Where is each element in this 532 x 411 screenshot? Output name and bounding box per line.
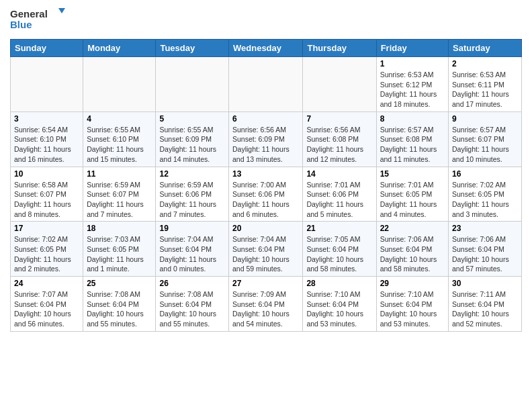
calendar-cell: 29Sunrise: 7:10 AM Sunset: 6:04 PM Dayli… xyxy=(376,277,448,332)
svg-text:Blue: Blue xyxy=(10,19,32,30)
day-number: 12 xyxy=(159,169,225,179)
day-number: 24 xyxy=(14,279,79,288)
day-number: 22 xyxy=(380,224,445,233)
day-number: 27 xyxy=(232,279,299,288)
calendar-week-row: 24Sunrise: 7:07 AM Sunset: 6:04 PM Dayli… xyxy=(11,277,522,332)
calendar-cell: 7Sunrise: 6:56 AM Sunset: 6:08 PM Daylig… xyxy=(303,111,376,167)
calendar-cell: 19Sunrise: 7:04 AM Sunset: 6:04 PM Dayli… xyxy=(156,222,229,277)
day-number: 13 xyxy=(232,169,299,179)
calendar-cell xyxy=(83,57,156,112)
calendar-cell: 14Sunrise: 7:01 AM Sunset: 6:06 PM Dayli… xyxy=(303,167,376,222)
calendar-cell: 17Sunrise: 7:02 AM Sunset: 6:05 PM Dayli… xyxy=(11,222,83,277)
calendar-cell: 24Sunrise: 7:07 AM Sunset: 6:04 PM Dayli… xyxy=(11,277,83,332)
calendar-cell: 2Sunrise: 6:53 AM Sunset: 6:11 PM Daylig… xyxy=(449,57,522,112)
day-number: 5 xyxy=(159,114,225,124)
day-number: 7 xyxy=(306,114,372,124)
calendar-week-row: 17Sunrise: 7:02 AM Sunset: 6:05 PM Dayli… xyxy=(11,222,522,277)
day-info: Sunrise: 7:08 AM Sunset: 6:04 PM Dayligh… xyxy=(87,289,152,329)
page: GeneralBlue SundayMondayTuesdayWednesday… xyxy=(0,0,532,342)
day-number: 15 xyxy=(380,169,445,179)
svg-text:General: General xyxy=(10,8,48,19)
calendar-cell xyxy=(229,57,303,112)
day-info: Sunrise: 6:54 AM Sunset: 6:10 PM Dayligh… xyxy=(14,125,79,165)
day-info: Sunrise: 7:01 AM Sunset: 6:06 PM Dayligh… xyxy=(306,180,372,220)
day-info: Sunrise: 7:06 AM Sunset: 6:04 PM Dayligh… xyxy=(380,234,445,274)
day-number: 1 xyxy=(380,59,445,68)
day-number: 21 xyxy=(306,224,372,233)
calendar-cell: 21Sunrise: 7:05 AM Sunset: 6:04 PM Dayli… xyxy=(303,222,376,277)
calendar-cell: 25Sunrise: 7:08 AM Sunset: 6:04 PM Dayli… xyxy=(83,277,156,332)
day-number: 29 xyxy=(380,279,445,288)
day-number: 25 xyxy=(87,279,152,288)
calendar-week-row: 1Sunrise: 6:53 AM Sunset: 6:12 PM Daylig… xyxy=(11,57,522,112)
day-info: Sunrise: 6:58 AM Sunset: 6:07 PM Dayligh… xyxy=(14,180,79,220)
calendar-cell: 5Sunrise: 6:55 AM Sunset: 6:09 PM Daylig… xyxy=(156,111,229,167)
day-number: 6 xyxy=(232,114,299,124)
day-info: Sunrise: 6:53 AM Sunset: 6:12 PM Dayligh… xyxy=(380,70,445,109)
logo-svg: GeneralBlue xyxy=(10,7,74,34)
day-info: Sunrise: 7:04 AM Sunset: 6:04 PM Dayligh… xyxy=(232,234,299,274)
day-number: 26 xyxy=(159,279,225,288)
day-number: 19 xyxy=(159,224,225,233)
calendar-cell: 26Sunrise: 7:08 AM Sunset: 6:04 PM Dayli… xyxy=(156,277,229,332)
day-info: Sunrise: 7:02 AM Sunset: 6:05 PM Dayligh… xyxy=(14,234,79,274)
day-info: Sunrise: 6:55 AM Sunset: 6:09 PM Dayligh… xyxy=(159,125,225,165)
weekday-header: Sunday xyxy=(11,40,83,57)
day-info: Sunrise: 6:56 AM Sunset: 6:09 PM Dayligh… xyxy=(232,125,299,165)
calendar-cell xyxy=(11,57,83,112)
day-number: 4 xyxy=(87,114,152,124)
day-info: Sunrise: 7:04 AM Sunset: 6:04 PM Dayligh… xyxy=(159,234,225,274)
day-info: Sunrise: 7:07 AM Sunset: 6:04 PM Dayligh… xyxy=(14,289,79,329)
calendar-cell xyxy=(156,57,229,112)
day-number: 9 xyxy=(452,114,518,124)
day-number: 30 xyxy=(452,279,518,288)
day-info: Sunrise: 6:59 AM Sunset: 6:07 PM Dayligh… xyxy=(87,180,152,220)
calendar-cell: 27Sunrise: 7:09 AM Sunset: 6:04 PM Dayli… xyxy=(229,277,303,332)
day-info: Sunrise: 7:10 AM Sunset: 6:04 PM Dayligh… xyxy=(306,289,372,329)
calendar-cell: 1Sunrise: 6:53 AM Sunset: 6:12 PM Daylig… xyxy=(376,57,448,112)
calendar-cell: 20Sunrise: 7:04 AM Sunset: 6:04 PM Dayli… xyxy=(229,222,303,277)
calendar-header-row: SundayMondayTuesdayWednesdayThursdayFrid… xyxy=(11,40,522,57)
day-info: Sunrise: 7:03 AM Sunset: 6:05 PM Dayligh… xyxy=(87,234,152,274)
calendar-cell: 10Sunrise: 6:58 AM Sunset: 6:07 PM Dayli… xyxy=(11,167,83,222)
day-number: 18 xyxy=(87,224,152,233)
calendar-cell: 3Sunrise: 6:54 AM Sunset: 6:10 PM Daylig… xyxy=(11,111,83,167)
calendar-cell: 9Sunrise: 6:57 AM Sunset: 6:07 PM Daylig… xyxy=(449,111,522,167)
calendar-cell: 23Sunrise: 7:06 AM Sunset: 6:04 PM Dayli… xyxy=(449,222,522,277)
day-info: Sunrise: 7:05 AM Sunset: 6:04 PM Dayligh… xyxy=(306,234,372,274)
day-info: Sunrise: 6:57 AM Sunset: 6:07 PM Dayligh… xyxy=(452,125,518,165)
weekday-header: Friday xyxy=(376,40,448,57)
weekday-header: Saturday xyxy=(449,40,522,57)
day-info: Sunrise: 7:01 AM Sunset: 6:05 PM Dayligh… xyxy=(380,180,445,220)
day-info: Sunrise: 7:08 AM Sunset: 6:04 PM Dayligh… xyxy=(159,289,225,329)
calendar-cell: 16Sunrise: 7:02 AM Sunset: 6:05 PM Dayli… xyxy=(449,167,522,222)
calendar-cell: 13Sunrise: 7:00 AM Sunset: 6:06 PM Dayli… xyxy=(229,167,303,222)
weekday-header: Tuesday xyxy=(156,40,229,57)
header: GeneralBlue xyxy=(10,7,522,34)
calendar-week-row: 3Sunrise: 6:54 AM Sunset: 6:10 PM Daylig… xyxy=(11,111,522,167)
weekday-header: Monday xyxy=(83,40,156,57)
calendar-week-row: 10Sunrise: 6:58 AM Sunset: 6:07 PM Dayli… xyxy=(11,167,522,222)
day-info: Sunrise: 7:06 AM Sunset: 6:04 PM Dayligh… xyxy=(452,234,518,274)
day-info: Sunrise: 7:11 AM Sunset: 6:04 PM Dayligh… xyxy=(452,289,518,329)
day-info: Sunrise: 7:09 AM Sunset: 6:04 PM Dayligh… xyxy=(232,289,299,329)
day-number: 28 xyxy=(306,279,372,288)
calendar-cell: 8Sunrise: 6:57 AM Sunset: 6:08 PM Daylig… xyxy=(376,111,448,167)
day-info: Sunrise: 7:02 AM Sunset: 6:05 PM Dayligh… xyxy=(452,180,518,220)
calendar-cell: 12Sunrise: 6:59 AM Sunset: 6:06 PM Dayli… xyxy=(156,167,229,222)
calendar-cell: 22Sunrise: 7:06 AM Sunset: 6:04 PM Dayli… xyxy=(376,222,448,277)
calendar-table: SundayMondayTuesdayWednesdayThursdayFrid… xyxy=(10,39,522,332)
day-info: Sunrise: 6:53 AM Sunset: 6:11 PM Dayligh… xyxy=(452,70,518,109)
weekday-header: Wednesday xyxy=(229,40,303,57)
day-number: 14 xyxy=(306,169,372,179)
svg-marker-2 xyxy=(58,8,65,13)
day-info: Sunrise: 7:10 AM Sunset: 6:04 PM Dayligh… xyxy=(380,289,445,329)
day-info: Sunrise: 6:56 AM Sunset: 6:08 PM Dayligh… xyxy=(306,125,372,165)
day-number: 8 xyxy=(380,114,445,124)
calendar-cell: 4Sunrise: 6:55 AM Sunset: 6:10 PM Daylig… xyxy=(83,111,156,167)
day-number: 10 xyxy=(14,169,79,179)
calendar-cell: 15Sunrise: 7:01 AM Sunset: 6:05 PM Dayli… xyxy=(376,167,448,222)
calendar-cell xyxy=(303,57,376,112)
calendar-cell: 30Sunrise: 7:11 AM Sunset: 6:04 PM Dayli… xyxy=(449,277,522,332)
day-number: 17 xyxy=(14,224,79,233)
